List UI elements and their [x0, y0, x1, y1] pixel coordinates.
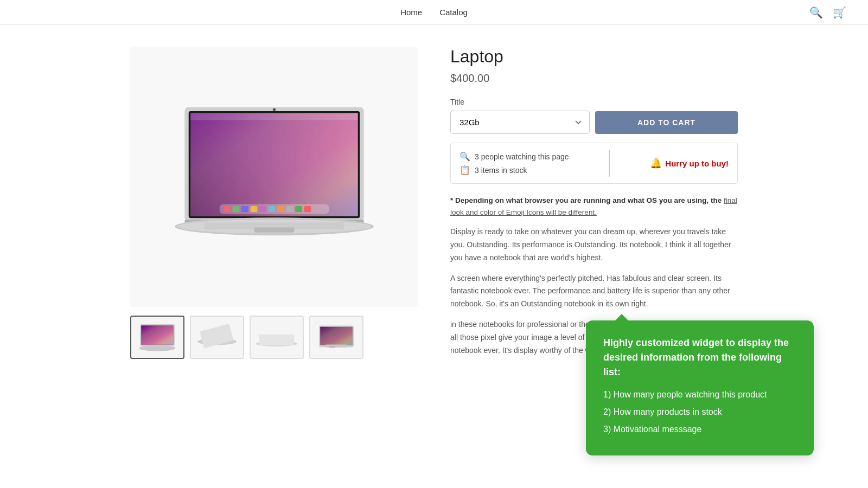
- svg-point-25: [139, 345, 175, 351]
- product-info-section: Laptop $400.00 Title 32Gb 64Gb 128Gb ADD…: [450, 47, 738, 364]
- nav-catalog[interactable]: Catalog: [439, 8, 468, 17]
- svg-rect-33: [326, 345, 347, 348]
- main-product-image: [130, 47, 418, 307]
- description-paragraph-2: A screen where everything's perfectly pi…: [450, 272, 738, 311]
- social-proof-left: 🔍 3 people watching this page 📋 3 items …: [459, 151, 569, 175]
- thumbnail-1[interactable]: [130, 316, 184, 359]
- description-paragraph-1: Display is ready to take on whatever you…: [450, 226, 738, 264]
- svg-rect-21: [254, 228, 293, 233]
- thumbnail-4[interactable]: [309, 316, 363, 359]
- hurry-message: 🔔 Hurry up to buy!: [650, 157, 729, 169]
- watching-row: 🔍 3 people watching this page: [459, 151, 569, 162]
- svg-rect-11: [268, 206, 275, 212]
- watching-text: 3 people watching this page: [475, 152, 569, 161]
- svg-rect-8: [241, 206, 248, 212]
- tooltip-title: Highly customized widget to display the …: [603, 336, 796, 380]
- svg-point-16: [272, 108, 276, 111]
- add-to-cart-row: 32Gb 64Gb 128Gb ADD TO CART: [450, 111, 738, 134]
- svg-rect-6: [223, 206, 230, 212]
- svg-rect-29: [259, 334, 294, 345]
- search-icon[interactable]: 🔍: [809, 6, 823, 19]
- main-nav: Home Catalog: [400, 8, 468, 17]
- fire-icon: 🔔: [650, 157, 662, 169]
- svg-rect-24: [141, 325, 173, 344]
- svg-rect-7: [232, 206, 239, 212]
- hurry-label: Hurry up to buy!: [665, 159, 729, 168]
- product-images-section: [130, 47, 418, 364]
- cart-icon[interactable]: 🛒: [833, 6, 846, 19]
- product-price: $400.00: [450, 72, 738, 85]
- description-warning: * Depending on what browser you are runn…: [450, 195, 738, 218]
- social-proof-box: 🔍 3 people watching this page 📋 3 items …: [450, 143, 738, 184]
- social-divider: [609, 150, 610, 177]
- svg-rect-9: [250, 206, 257, 212]
- product-page: Laptop $400.00 Title 32Gb 64Gb 128Gb ADD…: [108, 47, 760, 364]
- nav-home[interactable]: Home: [400, 8, 422, 17]
- svg-rect-12: [277, 206, 284, 212]
- stock-text: 3 items in stock: [475, 166, 527, 175]
- svg-rect-15: [304, 206, 311, 212]
- svg-rect-27: [200, 324, 233, 348]
- svg-rect-13: [286, 206, 293, 212]
- tooltip-overlay: Highly customized widget to display the …: [586, 320, 814, 386]
- add-to-cart-button[interactable]: ADD TO CART: [595, 111, 738, 134]
- svg-rect-4: [190, 113, 358, 120]
- box-icon: 📋: [459, 165, 470, 175]
- svg-rect-3: [190, 113, 358, 216]
- laptop-svg: [145, 60, 404, 294]
- thumbnail-3[interactable]: [250, 316, 304, 359]
- product-title: Laptop: [450, 47, 738, 67]
- svg-rect-14: [295, 206, 302, 212]
- header-icons: 🔍 🛒: [809, 6, 846, 19]
- title-select[interactable]: 32Gb 64Gb 128Gb: [450, 111, 590, 134]
- title-label: Title: [450, 98, 738, 106]
- site-header: Home Catalog 🔍 🛒: [0, 0, 868, 25]
- stock-row: 📋 3 items in stock: [459, 165, 569, 175]
- eye-icon: 🔍: [459, 151, 470, 162]
- thumbnail-row: [130, 316, 418, 359]
- warning-asterisk: * Depending on what browser you are runn…: [450, 196, 724, 204]
- svg-rect-34: [329, 346, 335, 348]
- thumbnail-2[interactable]: [190, 316, 244, 359]
- svg-rect-32: [320, 327, 352, 345]
- svg-rect-10: [259, 206, 266, 212]
